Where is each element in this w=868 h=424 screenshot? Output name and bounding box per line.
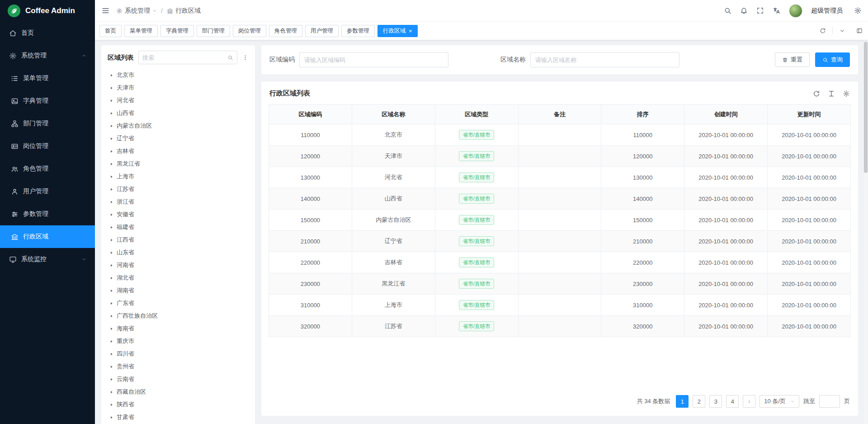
table-refresh-icon[interactable] xyxy=(813,90,820,97)
page-tab[interactable]: 参数管理 × xyxy=(341,25,375,37)
page-tab[interactable]: 用户管理 × xyxy=(305,25,339,37)
tabs-refresh-icon[interactable] xyxy=(820,28,826,34)
column-header[interactable]: 排序 xyxy=(601,105,684,124)
tree-item[interactable]: 北京市 xyxy=(108,69,249,81)
region-name-input[interactable] xyxy=(530,52,679,67)
tab-close-icon[interactable]: × xyxy=(409,28,412,34)
tree-item[interactable]: 河南省 xyxy=(108,259,249,272)
sidebar-sub-item[interactable]: 岗位管理 xyxy=(0,135,95,157)
table-row[interactable]: 140000 山西省 省市/直辖市 140000 2020-10-01 00:0… xyxy=(269,188,851,210)
table-row[interactable]: 130000 河北省 省市/直辖市 130000 2020-10-01 00:0… xyxy=(269,167,851,188)
page-tab[interactable]: 角色管理 × xyxy=(269,25,302,37)
tree-item[interactable]: 四川省 xyxy=(108,348,249,360)
table-row[interactable]: 310000 上海市 省市/直辖市 310000 2020-10-01 00:0… xyxy=(269,295,851,316)
page-tab[interactable]: 部门管理 × xyxy=(197,25,230,37)
tree-item[interactable]: 辽宁省 xyxy=(108,132,249,145)
column-header[interactable]: 区域名称 xyxy=(352,105,435,124)
reset-button[interactable]: 重置 xyxy=(775,52,810,67)
page-button[interactable]: 2 xyxy=(693,395,705,408)
table-row[interactable]: 230000 黑龙江省 省市/直辖市 230000 2020-10-01 00:… xyxy=(269,273,851,295)
column-header[interactable]: 更新时间 xyxy=(768,105,851,124)
content-expand-icon[interactable] xyxy=(856,28,863,34)
page-scrollbar[interactable] xyxy=(864,41,868,424)
cell-created-time: 2020-10-01 00:00:00 xyxy=(684,252,768,273)
sidebar-toggle-icon[interactable] xyxy=(101,6,110,15)
table-row[interactable]: 220000 吉林省 省市/直辖市 220000 2020-10-01 00:0… xyxy=(269,252,851,273)
page-button[interactable]: 4 xyxy=(726,395,739,408)
sidebar-group-system-management[interactable]: 系统管理 xyxy=(0,44,95,67)
column-header[interactable]: 区域编码 xyxy=(269,105,352,124)
table-row[interactable]: 210000 辽宁省 省市/直辖市 210000 2020-10-01 00:0… xyxy=(269,231,851,252)
badge-icon xyxy=(11,143,19,150)
user-avatar[interactable] xyxy=(789,4,802,18)
page-size-select[interactable]: 10 条/页 xyxy=(760,395,799,408)
settings-gear-icon[interactable] xyxy=(854,7,862,14)
search-icon[interactable] xyxy=(724,7,731,14)
tree-item[interactable]: 河北省 xyxy=(108,94,249,107)
translate-icon[interactable] xyxy=(773,7,780,14)
tree-item[interactable]: 西藏自治区 xyxy=(108,386,249,398)
column-header[interactable]: 创建时间 xyxy=(684,105,768,124)
fullscreen-icon[interactable] xyxy=(756,7,764,14)
tree-item[interactable]: 福建省 xyxy=(108,221,249,233)
tree-item[interactable]: 山西省 xyxy=(108,107,249,119)
tree-item[interactable]: 广东省 xyxy=(108,297,249,310)
column-header[interactable]: 备注 xyxy=(518,105,601,124)
tabs-menu-chevron-icon[interactable] xyxy=(839,28,845,34)
tree-more-icon[interactable] xyxy=(242,54,249,61)
sidebar-sub-item[interactable]: 角色管理 xyxy=(0,157,95,180)
tree-item[interactable]: 江苏省 xyxy=(108,183,249,195)
sidebar-sub-item[interactable]: 部门管理 xyxy=(0,112,95,135)
sidebar-sub-item[interactable]: 用户管理 xyxy=(0,180,95,203)
next-page-button[interactable] xyxy=(743,395,755,408)
tree-item[interactable]: 江西省 xyxy=(108,233,249,246)
tree-item[interactable]: 海南省 xyxy=(108,322,249,335)
table-row[interactable]: 320000 江苏省 省市/直辖市 320000 2020-10-01 00:0… xyxy=(269,316,851,337)
search-icon[interactable] xyxy=(227,55,233,61)
search-button[interactable]: 查询 xyxy=(815,52,850,67)
sidebar-sub-item[interactable]: 行政区域 xyxy=(0,225,95,248)
sidebar-item-home[interactable]: 首页 xyxy=(0,22,95,44)
tree-search-input[interactable] xyxy=(142,54,225,61)
tree-item[interactable]: 湖南省 xyxy=(108,284,249,297)
pagination-total: 共 34 条数据 xyxy=(637,397,670,405)
page-tab[interactable]: 首页 × xyxy=(99,25,122,37)
tree-item[interactable]: 甘肃省 xyxy=(108,411,249,424)
sidebar-group-system-monitor[interactable]: 系统监控 xyxy=(0,248,95,271)
column-height-icon[interactable] xyxy=(828,90,835,97)
page-tab[interactable]: 岗位管理 × xyxy=(233,25,266,37)
table-row[interactable]: 120000 天津市 省市/直辖市 120000 2020-10-01 00:0… xyxy=(269,146,851,167)
page-button[interactable]: 3 xyxy=(709,395,722,408)
page-tab[interactable]: 行政区域 × xyxy=(377,25,418,37)
tree-item[interactable]: 广西壮族自治区 xyxy=(108,310,249,322)
tree-item[interactable]: 云南省 xyxy=(108,373,249,386)
sidebar-sub-item[interactable]: 参数管理 xyxy=(0,203,95,225)
sidebar-sub-item[interactable]: 字典管理 xyxy=(0,90,95,112)
table-row[interactable]: 150000 内蒙古自治区 省市/直辖市 150000 2020-10-01 0… xyxy=(269,210,851,231)
tree-item[interactable]: 浙江省 xyxy=(108,195,249,208)
tree-item[interactable]: 内蒙古自治区 xyxy=(108,119,249,132)
page-tab[interactable]: 字典管理 × xyxy=(160,25,194,37)
breadcrumb-item-system[interactable]: 系统管理 xyxy=(116,7,157,15)
tree-item[interactable]: 山东省 xyxy=(108,246,249,259)
bell-icon[interactable] xyxy=(740,7,748,14)
region-code-input[interactable] xyxy=(299,52,448,67)
tree-item[interactable]: 贵州省 xyxy=(108,360,249,373)
tree-item[interactable]: 安徽省 xyxy=(108,208,249,221)
tree-item[interactable]: 吉林省 xyxy=(108,145,249,157)
tree-item[interactable]: 陕西省 xyxy=(108,398,249,411)
jump-page-input[interactable] xyxy=(819,395,840,408)
page-tab[interactable]: 菜单管理 × xyxy=(124,25,158,37)
tree-item[interactable]: 上海市 xyxy=(108,170,249,183)
tree-item[interactable]: 黑龙江省 xyxy=(108,157,249,170)
tree-item[interactable]: 天津市 xyxy=(108,81,249,94)
table-settings-icon[interactable] xyxy=(843,90,850,97)
column-header[interactable]: 区域类型 xyxy=(435,105,518,124)
page-button[interactable]: 1 xyxy=(676,395,689,408)
cell-region-code: 230000 xyxy=(269,273,352,295)
table-row[interactable]: 110000 北京市 省市/直辖市 110000 2020-10-01 00:0… xyxy=(269,124,851,146)
sidebar-sub-item[interactable]: 菜单管理 xyxy=(0,67,95,90)
tree-item[interactable]: 湖北省 xyxy=(108,272,249,284)
tree-item[interactable]: 重庆市 xyxy=(108,335,249,348)
scrollbar-thumb[interactable] xyxy=(864,42,868,173)
